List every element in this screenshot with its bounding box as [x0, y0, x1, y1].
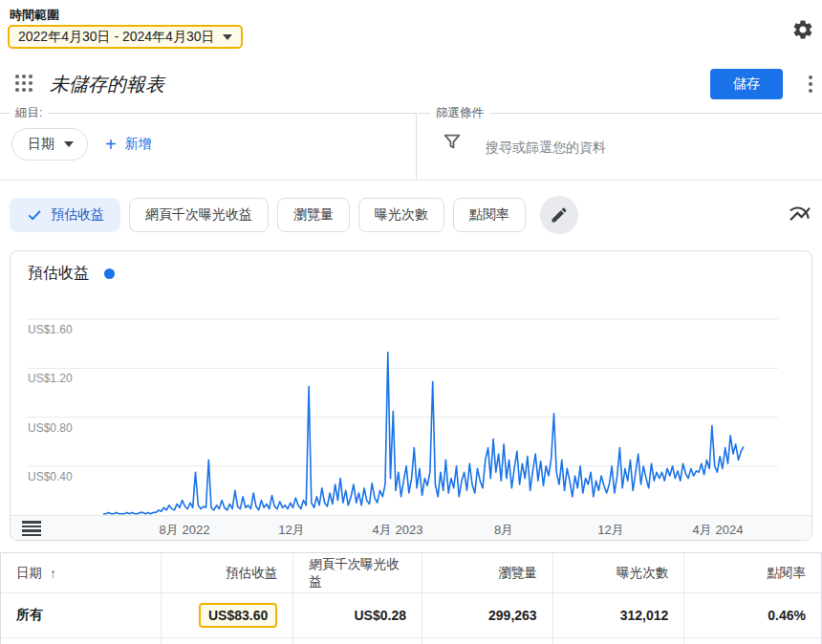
table-header-cell[interactable]: 網頁千次曝光收益	[293, 553, 422, 592]
section-vertical-divider	[416, 113, 417, 180]
chart-card: 預估收益 US$0.40US$0.80US$1.20US$1.60 8月 202…	[10, 250, 812, 541]
filter-search-input[interactable]	[484, 132, 803, 162]
save-button[interactable]: 儲存	[710, 69, 783, 99]
date-range-picker[interactable]: 2022年4月30日 - 2024年4月30日	[8, 25, 243, 49]
check-icon	[26, 206, 43, 224]
apps-grid-icon[interactable]	[15, 75, 34, 94]
column-label: 瀏覽量	[498, 565, 537, 582]
report-table: 日期↑預估收益網頁千次曝光收益瀏覽量曝光次數點閱率 所有US$83.60US$0…	[0, 552, 822, 644]
multiline-chart-icon[interactable]	[786, 200, 814, 228]
y-axis-tick-label: US$0.40	[28, 470, 73, 483]
add-dimension-label: 新增	[125, 136, 152, 153]
x-axis-tick-label: 12月	[278, 522, 304, 539]
dropdown-caret-icon	[64, 141, 74, 147]
time-range-label: 時間範圍	[10, 7, 59, 24]
filter-funnel-icon	[442, 131, 463, 152]
chart-menu-icon[interactable]	[22, 521, 41, 536]
highlighted-value: US$83.60	[199, 603, 277, 628]
kebab-menu-icon[interactable]	[802, 71, 819, 97]
metric-chip-label: 網頁千次曝光收益	[145, 206, 252, 224]
plus-icon: +	[105, 135, 117, 154]
table-header-cell[interactable]: 瀏覽量	[422, 553, 553, 592]
edit-metrics-button[interactable]	[540, 196, 578, 234]
column-label: 日期	[16, 565, 42, 582]
table-cell-partial	[293, 638, 422, 644]
dropdown-caret-icon	[223, 34, 232, 40]
metric-chip[interactable]: 曝光次數	[358, 198, 444, 232]
table-cell-partial	[1, 638, 162, 644]
table-cell-partial	[684, 638, 821, 644]
metric-chip-label: 預估收益	[51, 206, 104, 224]
table-cell-partial	[553, 638, 685, 644]
filter-label: 篩選條件	[430, 106, 489, 119]
metric-chip-row: 預估收益網頁千次曝光收益瀏覽量曝光次數點閱率	[10, 196, 578, 234]
column-label: 曝光次數	[616, 565, 668, 582]
earnings-series-line	[103, 353, 744, 514]
table-cell: 所有	[1, 593, 162, 637]
column-label: 網頁千次曝光收益	[309, 556, 406, 590]
metric-chip[interactable]: 預估收益	[10, 198, 120, 232]
date-range-value: 2022年4月30日 - 2024年4月30日	[18, 29, 214, 46]
table-row-partial	[1, 638, 821, 644]
x-axis-tick-label: 12月	[597, 522, 623, 539]
table-cell-partial	[162, 638, 294, 644]
add-dimension-button[interactable]: + 新增	[105, 128, 152, 161]
table-header-row: 日期↑預估收益網頁千次曝光收益瀏覽量曝光次數點閱率	[1, 553, 821, 593]
breakdown-divider	[0, 113, 416, 114]
table-cell: 299,263	[422, 593, 553, 637]
table-header-cell[interactable]: 曝光次數	[553, 553, 685, 592]
sort-asc-icon: ↑	[50, 566, 56, 581]
table-row[interactable]: 所有US$83.60US$0.28299,263312,0120.46%	[1, 593, 821, 638]
pencil-icon	[550, 205, 569, 225]
y-axis-tick-label: US$1.60	[28, 323, 73, 336]
table-header-cell[interactable]: 日期↑	[1, 553, 162, 592]
table-cell: 312,012	[553, 593, 685, 637]
metric-chip-label: 曝光次數	[375, 206, 428, 224]
table-cell: US$83.60	[162, 593, 294, 637]
x-axis-band: 8月 202212月4月 20238月12月4月 2024	[11, 515, 811, 541]
column-label: 預估收益	[226, 565, 277, 582]
table-header-cell[interactable]: 點閱率	[684, 553, 821, 592]
metric-chip-label: 瀏覽量	[293, 206, 334, 224]
y-axis-tick-label: US$0.80	[28, 421, 73, 435]
dimension-chip-date[interactable]: 日期	[11, 128, 88, 161]
metric-chip[interactable]: 網頁千次曝光收益	[129, 198, 269, 232]
x-axis-tick-label: 8月 2022	[160, 522, 210, 539]
table-cell: US$0.28	[293, 593, 422, 637]
table-header-cell[interactable]: 預估收益	[162, 553, 294, 592]
metric-chip[interactable]: 瀏覽量	[277, 198, 350, 232]
table-cell-partial	[422, 638, 553, 644]
settings-button[interactable]	[790, 16, 816, 43]
breakdown-label: 細目:	[10, 106, 48, 119]
metric-chip-label: 點閱率	[469, 206, 509, 224]
x-axis-tick-label: 4月 2023	[373, 522, 423, 539]
y-axis-tick-label: US$1.20	[28, 372, 73, 385]
report-title: 未儲存的報表	[50, 72, 164, 97]
x-axis-tick-label: 8月	[494, 522, 513, 539]
column-label: 點閱率	[768, 565, 807, 582]
dimension-chip-label: 日期	[28, 136, 54, 153]
gear-icon	[791, 18, 814, 41]
line-chart[interactable]	[11, 251, 811, 540]
table-body: 所有US$83.60US$0.28299,263312,0120.46%	[1, 593, 821, 638]
table-cell: 0.46%	[684, 593, 821, 637]
x-axis-tick-label: 4月 2024	[693, 522, 744, 539]
section-separator	[0, 180, 822, 181]
metric-chip[interactable]: 點閱率	[453, 198, 526, 232]
